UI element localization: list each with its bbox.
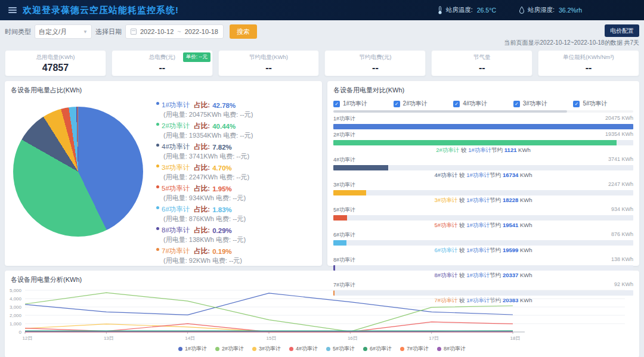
line-legend-item[interactable]: 2#功率计 <box>215 345 244 353</box>
compare-saving-value: 19541 <box>503 222 518 228</box>
calendar-icon <box>131 29 137 35</box>
y-axis-tick: 1,000 <box>10 321 22 327</box>
checkbox-checked-icon[interactable] <box>453 101 460 107</box>
search-button[interactable]: 搜索 <box>230 24 257 39</box>
compare-device: 4#功率计 <box>434 172 457 178</box>
bar-track <box>333 290 633 296</box>
kpi-value: -- <box>112 63 212 73</box>
pie-panel: 各设备用电量占比(KWh) 1#功率计占比: 42.78%(用电量: 20475… <box>5 81 322 266</box>
price-config-button[interactable]: 电价配置 <box>605 24 639 37</box>
legend-label: 5#功率计 <box>333 345 355 353</box>
pie-legend-item: 1#功率计占比: 42.78%(用电量: 20475KWh 电费: --元) <box>156 101 317 119</box>
checkbox-checked-icon[interactable] <box>513 101 520 107</box>
scrollbar-thumb[interactable] <box>333 110 567 113</box>
series-checkbox[interactable]: 5#功率计 <box>573 100 633 108</box>
checkbox-checked-icon[interactable] <box>333 101 340 107</box>
line-legend-item[interactable]: 7#功率计 <box>400 345 429 353</box>
compare-base-device: 1#功率计 <box>466 272 490 278</box>
bar-track <box>333 190 633 195</box>
bar-device-name: 2#功率计 <box>333 131 355 139</box>
ratio-percent: 0.19% <box>212 248 232 255</box>
bar-fill <box>333 124 633 129</box>
date-range-picker[interactable]: 2022-10-12 ~ 2022-10-18 <box>125 24 224 39</box>
x-axis-tick: 13日 <box>104 336 114 341</box>
x-axis-tick: 18日 <box>510 336 521 341</box>
station-humidity-value: 36.2%rh <box>559 7 582 14</box>
compare-base-device: 1#功率计 <box>466 297 490 303</box>
ratio-percent: 4.70% <box>212 164 232 172</box>
bar-track <box>333 265 633 271</box>
ratio-label: 占比: <box>194 205 210 214</box>
bar-device-name: 4#功率计 <box>333 156 355 164</box>
legend-dot-icon <box>252 347 256 351</box>
compare-device: 6#功率计 <box>434 247 457 253</box>
checkbox-label: 5#功率计 <box>583 100 607 108</box>
ratio-label: 占比: <box>194 142 210 151</box>
bar-value: 20475 KWh <box>605 115 633 123</box>
pie-chart[interactable] <box>13 107 143 237</box>
legend-label: 2#功率计 <box>222 345 244 353</box>
ratio-percent: 1.95% <box>212 185 232 193</box>
bar-compare-text: 5#功率计 较 1#功率计节约 19541 KWh <box>333 222 633 229</box>
bar-row-header: 4#功率计3741 KWh <box>333 156 633 164</box>
bar-value: 876 KWh <box>611 231 633 239</box>
legend-dot-icon <box>437 347 441 351</box>
bar-value: 92 KWh <box>614 281 633 289</box>
compare-device: 2#功率计 <box>436 147 459 153</box>
bar-track <box>333 215 633 221</box>
kpi-label: 节约电费(元) <box>325 54 425 61</box>
bar-row: 2#功率计19354 KWh2#功率计 较 1#功率计节约 1121 KWh <box>333 131 633 154</box>
date-range-info: 当前页面显示2022-10-12~2022-10-18的数据 共7天 <box>504 39 639 47</box>
bar-device-name: 5#功率计 <box>333 206 355 214</box>
y-axis-tick: 5,000 <box>10 288 22 293</box>
bar-value: 19354 KWh <box>605 131 633 139</box>
checkbox-checked-icon[interactable] <box>573 101 580 107</box>
line-legend-item[interactable]: 1#功率计 <box>178 345 207 353</box>
x-axis-tick: 12日 <box>23 336 33 341</box>
series-checkbox[interactable]: 3#功率计 <box>513 100 574 108</box>
bar-fill <box>333 190 366 195</box>
time-type-select[interactable]: 自定义/月 <box>35 24 92 39</box>
series-checkbox[interactable]: 2#功率计 <box>394 100 454 108</box>
compare-saving-value: 19599 <box>503 247 518 253</box>
pie-legend-line1: 7#功率计占比: 0.19% <box>156 247 317 256</box>
ratio-label: 占比: <box>194 184 210 193</box>
usage-detail: (用电量: 138KWh 电费: --元) <box>156 235 317 244</box>
kpi-row: 总用电量(KWh) 47857 单价: --元 总电费(元) -- 节约电量(K… <box>0 47 644 76</box>
usage-detail: (用电量: 92KWh 电费: --元) <box>156 256 317 265</box>
station-temperature: 站房温度: 26.5°C <box>437 6 496 14</box>
compare-base-device: 1#功率计 <box>466 247 490 253</box>
x-axis-tick: 15日 <box>267 336 277 341</box>
series-checkbox[interactable]: 1#功率计 <box>333 100 394 108</box>
bar-row: 3#功率计2247 KWh3#功率计 较 1#功率计节约 18228 KWh <box>333 181 633 204</box>
humidity-drop-icon <box>519 6 525 14</box>
ratio-percent: 40.44% <box>212 123 236 130</box>
unit-price-badge: 单价: --元 <box>183 52 210 62</box>
checkbox-checked-icon[interactable] <box>394 101 400 107</box>
bar-row-header: 6#功率计876 KWh <box>333 231 633 239</box>
line-legend-item[interactable]: 6#功率计 <box>363 345 392 353</box>
bar-fill <box>333 265 335 271</box>
usage-detail: (用电量: 876KWh 电费: --元) <box>156 215 317 223</box>
date-start[interactable]: 2022-10-12 <box>140 28 174 35</box>
line-legend-item[interactable]: 3#功率计 <box>252 345 281 353</box>
station-humidity-label: 站房湿度: <box>528 6 555 14</box>
compare-device: 7#功率计 <box>434 297 457 303</box>
pie-panel-title: 各设备用电量占比(KWh) <box>5 81 322 96</box>
compare-saving-value: 1121 <box>504 147 517 153</box>
line-legend-item[interactable]: 4#功率计 <box>289 345 318 353</box>
bar-fill <box>333 140 617 145</box>
pie-legend-item: 7#功率计占比: 0.19%(用电量: 92KWh 电费: --元) <box>156 247 317 265</box>
menu-icon[interactable] <box>8 7 17 13</box>
line-legend-item[interactable]: 8#功率计 <box>437 345 466 353</box>
kpi-unit-consumption: 单位能耗(KWh/Nm³) -- <box>538 50 639 76</box>
series-name: 4#功率计 <box>162 142 190 151</box>
bar-value: 934 KWh <box>611 206 633 214</box>
bar-compare-text: 4#功率计 较 1#功率计节约 16734 KWh <box>333 172 633 179</box>
kpi-value: -- <box>325 63 425 73</box>
bar-device-name: 6#功率计 <box>333 231 355 239</box>
date-end[interactable]: 2022-10-18 <box>185 28 218 35</box>
line-legend-item[interactable]: 5#功率计 <box>326 345 355 353</box>
series-checkbox[interactable]: 4#功率计 <box>453 100 513 108</box>
series-dot-icon <box>156 102 159 105</box>
